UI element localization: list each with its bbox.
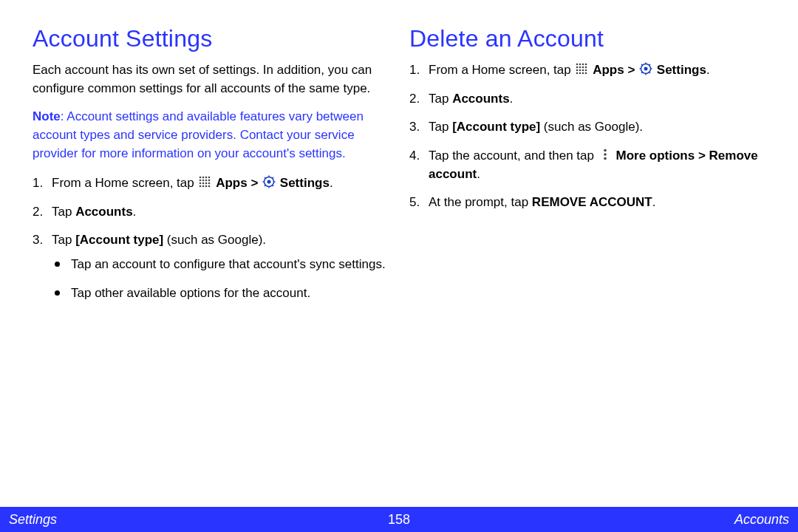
svg-point-54 [604, 157, 607, 160]
svg-point-17 [267, 180, 271, 184]
step-1-right: 1. From a Home screen, tap Apps > Settin… [409, 61, 768, 80]
step-text: Tap [52, 205, 75, 219]
step-text: Tap [429, 120, 452, 134]
svg-line-50 [641, 72, 643, 73]
svg-point-33 [585, 66, 587, 69]
content-columns: Account Settings Each account has its ow… [0, 0, 798, 313]
step-2-left: 2. Tap Accounts. [33, 203, 392, 222]
svg-point-7 [208, 180, 211, 182]
step-3-right: 3. Tap [Account type] (such as Google). [409, 118, 768, 137]
step-text: Tap [52, 233, 75, 247]
svg-point-27 [579, 64, 582, 66]
step-3-left: 3. Tap [Account type] (such as Google). … [33, 231, 392, 302]
note-text: : Account settings and available feature… [33, 109, 364, 160]
step-number: 4. [409, 147, 420, 166]
step-number: 1. [409, 61, 420, 80]
svg-point-6 [205, 180, 208, 182]
left-column: Account Settings Each account has its ow… [33, 25, 392, 313]
footer-page-number: 158 [388, 512, 410, 528]
svg-point-43 [644, 67, 648, 71]
step-1-left: 1. From a Home screen, tap Apps > Settin… [33, 174, 392, 193]
svg-point-28 [582, 64, 584, 66]
svg-point-37 [585, 69, 587, 72]
settings-label: Settings [280, 176, 330, 190]
step-text: From a Home screen, tap [429, 63, 574, 77]
svg-point-41 [585, 72, 587, 75]
svg-point-31 [579, 66, 582, 69]
account-type-label: [Account type] [75, 233, 163, 247]
svg-point-1 [202, 177, 205, 179]
footer-right: Accounts [734, 512, 789, 528]
svg-point-8 [200, 183, 202, 185]
step-post: . [133, 205, 137, 219]
step-post: (such as Google). [163, 233, 266, 247]
accounts-label: Accounts [452, 92, 509, 106]
remove-account-confirm-label: REMOVE ACCOUNT [532, 195, 652, 209]
step-number: 3. [33, 231, 43, 250]
step-post: (such as Google). [540, 120, 643, 134]
svg-point-34 [576, 69, 579, 72]
footer-left: Settings [9, 512, 57, 528]
step-number: 5. [409, 194, 420, 212]
step-number: 3. [409, 118, 420, 137]
section-title-account-settings: Account Settings [33, 25, 392, 52]
svg-point-15 [208, 185, 211, 188]
svg-point-30 [576, 66, 579, 69]
svg-point-10 [205, 183, 208, 185]
svg-line-24 [265, 185, 266, 186]
svg-point-13 [202, 185, 205, 188]
substep-1: Tap an account to configure that account… [52, 256, 392, 274]
step-text: At the prompt, tap [429, 195, 532, 209]
svg-line-49 [649, 72, 650, 73]
svg-point-38 [576, 72, 579, 75]
more-options-icon [598, 148, 612, 161]
svg-point-0 [200, 177, 202, 179]
apps-label: Apps > [216, 176, 262, 190]
svg-point-9 [202, 183, 205, 185]
svg-line-51 [649, 64, 650, 66]
svg-point-26 [576, 64, 579, 66]
svg-line-25 [272, 177, 273, 179]
substeps-list: Tap an account to configure that account… [52, 256, 392, 302]
svg-point-29 [585, 64, 587, 66]
note-label: Note [33, 109, 61, 123]
steps-list-left: 1. From a Home screen, tap Apps > Settin… [33, 174, 392, 302]
svg-point-14 [205, 185, 208, 188]
svg-point-4 [200, 180, 202, 182]
svg-point-52 [604, 149, 607, 152]
more-options-label: More options > [615, 149, 709, 163]
step-post: . [330, 176, 333, 190]
intro-paragraph: Each account has its own set of settings… [33, 61, 392, 98]
svg-point-5 [202, 180, 205, 182]
page: Account Settings Each account has its ow… [0, 0, 798, 532]
substep-2: Tap other available options for the acco… [52, 284, 392, 303]
settings-gear-icon [262, 175, 276, 188]
step-text: From a Home screen, tap [52, 176, 197, 190]
step-5-right: 5. At the prompt, tap REMOVE ACCOUNT. [409, 194, 768, 212]
step-post: . [510, 92, 514, 106]
settings-label: Settings [657, 63, 706, 77]
svg-line-23 [272, 185, 273, 186]
settings-gear-icon [639, 62, 652, 75]
note-paragraph: Note: Account settings and available fea… [33, 108, 392, 163]
svg-line-22 [265, 177, 266, 179]
svg-point-39 [579, 72, 582, 75]
svg-point-36 [582, 69, 584, 72]
step-2-right: 2. Tap Accounts. [409, 90, 768, 109]
apps-grid-icon [575, 62, 588, 75]
svg-point-11 [208, 183, 211, 185]
apps-grid-icon [198, 175, 211, 188]
svg-point-35 [579, 69, 582, 72]
svg-point-40 [582, 72, 584, 75]
step-post: . [706, 63, 710, 77]
accounts-label: Accounts [75, 205, 132, 219]
right-column: Delete an Account 1. From a Home screen,… [409, 25, 768, 313]
apps-label: Apps > [593, 63, 638, 77]
svg-point-2 [205, 177, 208, 179]
svg-point-3 [208, 177, 211, 179]
step-4-right: 4. Tap the account, and then tap More op… [409, 147, 768, 183]
svg-point-32 [582, 66, 584, 69]
steps-list-right: 1. From a Home screen, tap Apps > Settin… [409, 61, 768, 212]
step-text: Tap [429, 92, 452, 106]
step-number: 2. [33, 203, 43, 222]
